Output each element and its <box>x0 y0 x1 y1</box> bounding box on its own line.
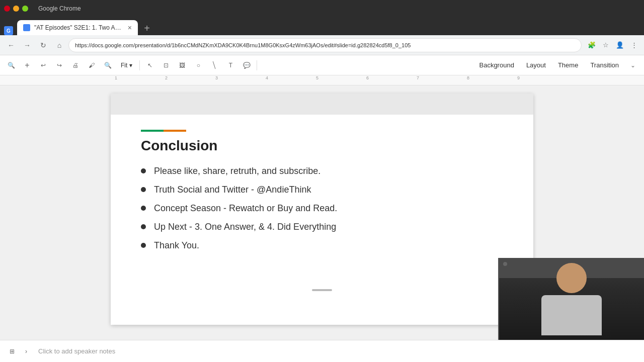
bullet-dot-4 <box>141 224 146 229</box>
forward-button[interactable]: → <box>20 38 34 52</box>
tab-title: "AT Episodes" S2E1: 1. Two Addi... <box>34 24 124 31</box>
speaker-notes-placeholder[interactable]: Click to add speaker notes <box>38 347 115 355</box>
zoom-button[interactable]: 🔍 <box>101 58 115 72</box>
shape-tool[interactable]: ○ <box>191 58 205 72</box>
browser-favicon: G <box>4 26 13 35</box>
tab-favicon <box>23 24 30 31</box>
window-close-button[interactable] <box>4 6 10 12</box>
bullet-text-4[interactable]: Up Next - 3. One Answer, & 4. Did Everyt… <box>154 222 336 232</box>
text-tool[interactable]: T <box>223 58 237 72</box>
slide-resize-handle[interactable] <box>312 289 332 291</box>
print-button[interactable]: 🖨 <box>68 58 83 72</box>
recording-indicator <box>503 262 507 266</box>
bullet-dot-3 <box>141 206 146 211</box>
bullet-text-2[interactable]: Truth Social and Twitter - @AndieThink <box>154 185 311 195</box>
slide-content: Conclusion Please like, share, retruth, … <box>111 115 533 266</box>
bookmark-icon[interactable]: ☆ <box>600 39 612 51</box>
bullet-item-1: Please like, share, retruth, and subscri… <box>141 166 503 176</box>
toolbar-separator-1 <box>139 60 140 70</box>
paint-format-button[interactable]: 🖌 <box>85 58 99 72</box>
undo-button[interactable]: ↩ <box>36 58 50 72</box>
webcam-video <box>499 258 644 340</box>
title-bar: Google Chrome <box>0 0 644 17</box>
active-tab[interactable]: "AT Episodes" S2E1: 1. Two Addi... × <box>17 20 138 35</box>
expand-panel-icon[interactable]: › <box>20 345 32 357</box>
address-bar[interactable]: https://docs.google.com/presentation/d/1… <box>68 38 582 52</box>
transition-button[interactable]: Transition <box>585 58 624 72</box>
accent-line-orange <box>164 130 186 132</box>
theme-button[interactable]: Theme <box>553 58 583 72</box>
slide[interactable]: Conclusion Please like, share, retruth, … <box>111 94 533 325</box>
home-button[interactable]: ⌂ <box>52 38 66 52</box>
bullet-text-1[interactable]: Please like, share, retruth, and subscri… <box>154 166 320 176</box>
more-options-button[interactable]: ⌄ <box>626 58 640 72</box>
bullet-text-3[interactable]: Concept Season - Rewatch or Buy and Read… <box>154 203 337 214</box>
extensions-icon[interactable]: 🧩 <box>586 39 598 51</box>
line-tool[interactable]: ╱ <box>205 55 225 75</box>
bullet-text-5[interactable]: Thank You. <box>154 240 199 251</box>
slide-header-area <box>111 94 533 115</box>
new-tab-button[interactable]: + <box>140 21 154 35</box>
navigation-bar: ← → ↻ ⌂ https://docs.google.com/presenta… <box>0 35 644 55</box>
ruler: 1 2 3 4 5 6 7 8 9 <box>0 75 644 85</box>
cursor-tool[interactable]: ↖ <box>143 58 157 72</box>
nav-icons: 🧩 ☆ 👤 ⋮ <box>586 39 640 51</box>
notes-icons: ⊞ › <box>6 345 32 357</box>
bullet-dot-2 <box>141 187 146 192</box>
tab-bar: G "AT Episodes" S2E1: 1. Two Addi... × + <box>0 17 644 35</box>
bullet-item-5: Thank You. <box>141 240 503 251</box>
webcam-overlay <box>498 258 644 340</box>
window-app-label: Google Chrome <box>38 5 81 12</box>
accent-line-green <box>141 130 164 132</box>
image-tool[interactable]: 🖼 <box>175 58 189 72</box>
settings-icon[interactable]: ⋮ <box>628 39 640 51</box>
bullet-item-2: Truth Social and Twitter - @AndieThink <box>141 185 503 195</box>
zoom-dropdown[interactable]: Fit ▾ <box>117 58 136 72</box>
refresh-button[interactable]: ↻ <box>36 38 50 52</box>
bullet-list: Please like, share, retruth, and subscri… <box>141 166 503 251</box>
toolbar-end-buttons: Background Layout Theme Transition ⌄ <box>474 58 640 72</box>
search-button[interactable]: 🔍 <box>4 58 18 72</box>
redo-button[interactable]: ↪ <box>52 58 66 72</box>
tab-close-button[interactable]: × <box>128 24 132 32</box>
bullet-dot-1 <box>141 168 146 173</box>
bullet-item-3: Concept Season - Rewatch or Buy and Read… <box>141 203 503 214</box>
layout-button[interactable]: Layout <box>521 58 551 72</box>
background-button[interactable]: Background <box>474 58 519 72</box>
comment-tool[interactable]: 💬 <box>239 58 254 72</box>
select-tool[interactable]: ⊡ <box>159 58 173 72</box>
window-maximize-button[interactable] <box>22 6 28 12</box>
toolbar-separator-2 <box>257 60 257 70</box>
back-button[interactable]: ← <box>4 38 18 52</box>
bullet-dot-5 <box>141 243 146 248</box>
slide-accent-decoration <box>141 130 503 132</box>
presentation-toolbar: 🔍 + ↩ ↪ 🖨 🖌 🔍 Fit ▾ ↖ ⊡ 🖼 ○ ╱ T 💬 Backgr… <box>0 55 644 75</box>
slide-title[interactable]: Conclusion <box>141 138 503 154</box>
window-minimize-button[interactable] <box>13 6 19 12</box>
speaker-notes-bar[interactable]: ⊞ › Click to add speaker notes <box>0 340 644 362</box>
slides-panel-icon[interactable]: ⊞ <box>6 345 18 357</box>
zoom-in-button[interactable]: + <box>20 58 34 72</box>
profile-icon[interactable]: 👤 <box>614 39 626 51</box>
bullet-item-4: Up Next - 3. One Answer, & 4. Did Everyt… <box>141 222 503 232</box>
